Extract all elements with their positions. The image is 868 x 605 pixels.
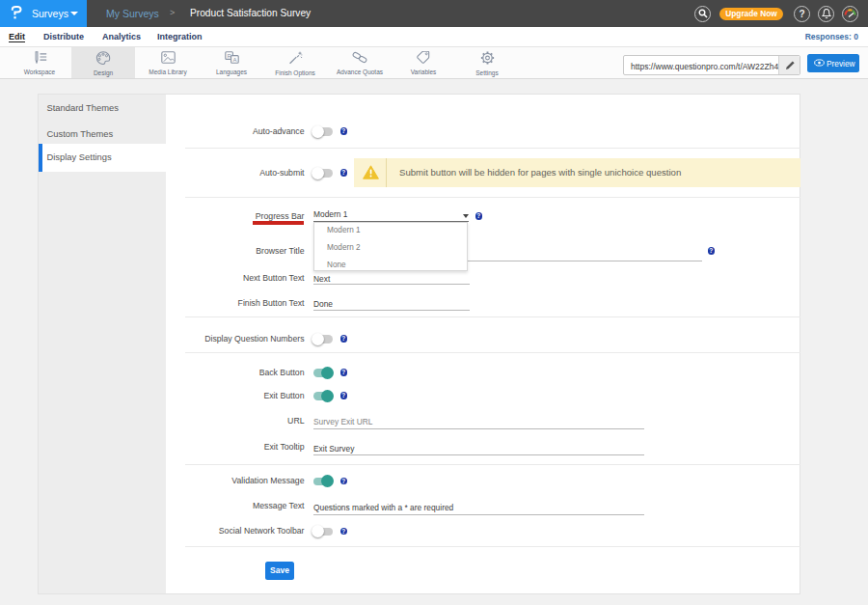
svg-text:A: A bbox=[232, 57, 236, 63]
svg-text:R: R bbox=[227, 53, 231, 59]
